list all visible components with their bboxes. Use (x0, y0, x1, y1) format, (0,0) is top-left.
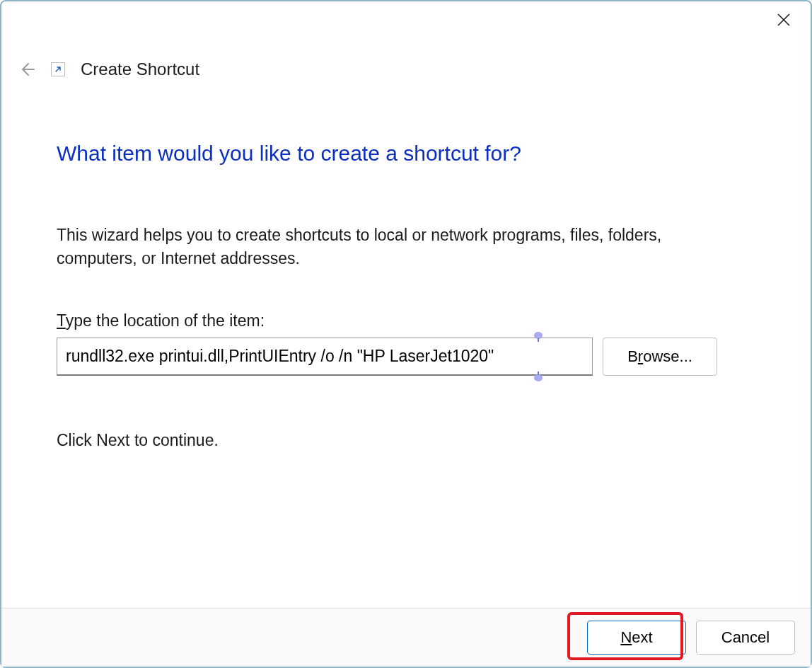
svg-point-1 (534, 374, 543, 381)
cancel-button[interactable]: Cancel (696, 621, 795, 655)
close-button[interactable] (770, 8, 798, 31)
location-input[interactable] (57, 338, 593, 376)
page-heading: What item would you like to create a sho… (57, 140, 755, 167)
wizard-footer: Next Cancel (1, 608, 811, 667)
description-text: This wizard helps you to create shortcut… (57, 224, 721, 271)
titlebar (1, 1, 811, 44)
wizard-content: What item would you like to create a sho… (1, 79, 811, 608)
wizard-title: Create Shortcut (81, 59, 199, 79)
continue-hint: Click Next to continue. (57, 431, 755, 450)
selection-handle-bottom-icon (530, 372, 546, 381)
svg-point-0 (534, 332, 543, 339)
location-label: Type the location of the item: (57, 311, 755, 330)
next-button[interactable]: Next (587, 621, 686, 655)
back-button[interactable] (18, 61, 35, 78)
close-icon (777, 13, 790, 26)
wizard-header: Create Shortcut (1, 59, 811, 79)
location-input-wrap (57, 338, 593, 376)
create-shortcut-wizard-window: Create Shortcut What item would you like… (0, 0, 812, 668)
shortcut-overlay-icon (51, 62, 65, 76)
browse-button[interactable]: Browse... (603, 338, 717, 376)
arrow-left-icon (18, 61, 35, 78)
selection-handle-top-icon (530, 332, 546, 342)
location-row: Browse... (57, 338, 755, 376)
